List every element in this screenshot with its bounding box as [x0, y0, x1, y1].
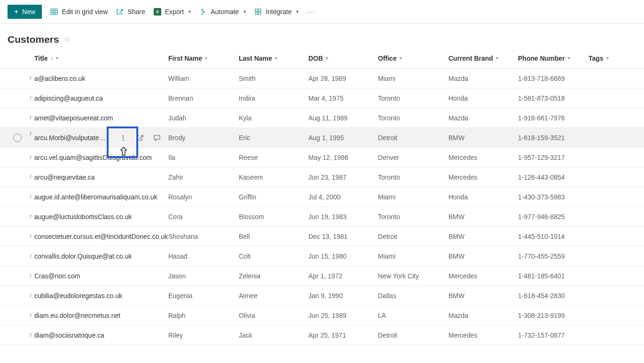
row-title-link[interactable]: convallis.dolor.Quisque@at.co.uk — [34, 253, 132, 260]
export-button[interactable]: x Export ▾ — [154, 8, 191, 16]
cell-last-name: Griffin — [239, 193, 308, 201]
cell-dob: Apr 25, 1971 — [308, 331, 378, 339]
table-row[interactable]: ⤴convallis.dolor.Quisque@at.co.ukHasadCo… — [0, 246, 644, 266]
row-title-link[interactable]: diam.eu.dolor@necmetus.net — [34, 312, 120, 319]
table-row[interactable]: ⤴a@aclibero.co.ukWilliamSmithApr 28, 198… — [0, 69, 644, 88]
cell-first-name: Brody — [168, 134, 239, 142]
command-bar: + New Edit in grid view Share x Export ▾… — [0, 0, 644, 24]
row-more-actions-button[interactable]: ⋮ — [116, 130, 131, 145]
new-button-label: New — [22, 8, 35, 16]
cell-dob: Dec 13, 1981 — [308, 233, 378, 240]
cell-phone: 1-430-373-5983 — [518, 193, 589, 201]
cell-last-name: Eric — [239, 134, 308, 142]
row-title-link[interactable]: augue.id.ante@liberomaurisaliquam.co.uk — [34, 193, 157, 201]
cell-office: Detroit — [378, 331, 448, 339]
row-title-link[interactable]: arcu@nequevitae.ca — [34, 174, 95, 181]
edit-in-grid-label: Edit in grid view — [62, 8, 108, 16]
cell-phone: 1-481-185-6401 — [518, 272, 589, 280]
cell-brand: Honda — [448, 95, 518, 102]
cell-first-name: Judah — [168, 114, 239, 122]
cell-first-name: Eugenia — [168, 292, 239, 300]
cell-phone: 1-977-946-8825 — [518, 213, 589, 221]
cell-brand: BMW — [448, 213, 518, 221]
cell-last-name: Kyla — [239, 114, 308, 122]
cell-brand: BMW — [448, 233, 518, 240]
chevron-down-icon: ▾ — [326, 55, 328, 61]
list-header-row: Title ↑ ▾ First Name ▾ Last Name ▾ DOB ▾… — [0, 48, 644, 69]
cell-first-name: Hasad — [168, 253, 239, 260]
column-header-dob[interactable]: DOB ▾ — [308, 55, 378, 62]
cell-first-name: Rosalyn — [168, 193, 239, 201]
cell-dob: Aug 1, 1995 — [308, 134, 378, 142]
row-title-link[interactable]: amet@vitaeposuereat.com — [34, 114, 113, 122]
svg-rect-5 — [255, 9, 258, 11]
integrate-button[interactable]: Integrate ▾ — [254, 8, 298, 16]
cell-last-name: Jack — [239, 331, 308, 339]
new-button[interactable]: + New — [8, 5, 42, 19]
table-row[interactable]: ⤴diam.eu.dolor@necmetus.netRalphOliviaJu… — [0, 306, 644, 325]
table-row[interactable]: ⤴consectetuer.cursus.et@tinciduntDonec.c… — [0, 227, 644, 246]
table-row[interactable]: ⤴amet@vitaeposuereat.comJudahKylaAug 11,… — [0, 108, 644, 128]
cell-dob: Apr 28, 1989 — [308, 75, 378, 82]
overflow-menu-button[interactable]: ··· — [307, 8, 315, 16]
row-share-button[interactable] — [133, 130, 148, 145]
row-comment-button[interactable] — [149, 130, 165, 145]
column-header-phone[interactable]: Phone Number ▾ — [518, 55, 589, 62]
cell-phone: 1-618-454-2830 — [518, 292, 589, 300]
cell-last-name: Kaseem — [239, 174, 308, 181]
table-row[interactable]: ⤴Cras@non.comJasonZeleniaApr 1, 1972New … — [0, 266, 644, 286]
column-header-brand[interactable]: Current Brand ▾ — [448, 55, 518, 62]
table-row[interactable]: ⤴arcu.vel.quam@sagittisDuisgravida.comIl… — [0, 148, 644, 167]
table-row[interactable]: ⤴diam@sociisnatoque.caRileyJackApr 25, 1… — [0, 325, 644, 345]
cell-office: Detroit — [378, 233, 448, 240]
cell-last-name: Zelenia — [239, 272, 308, 280]
row-title-link[interactable]: diam@sociisnatoque.ca — [34, 331, 104, 339]
table-row[interactable]: ⤴cubilia@eudoloregestas.co.ukEugeniaAime… — [0, 286, 644, 306]
svg-rect-6 — [259, 9, 261, 11]
automate-button[interactable]: Automate ▾ — [199, 8, 246, 16]
cell-dob: Jun 15, 1980 — [308, 253, 378, 260]
share-button[interactable]: Share — [116, 8, 145, 16]
cell-dob: Jun 23, 1987 — [308, 174, 378, 181]
table-row[interactable]: ⤴adipiscing@augueut.caBrennanIndiraMar 4… — [0, 88, 644, 108]
row-title-link[interactable]: a@aclibero.co.uk — [34, 75, 85, 82]
row-title-link[interactable]: consectetuer.cursus.et@tinciduntDonec.co… — [34, 233, 168, 240]
row-title-link[interactable]: adipiscing@augueut.ca — [34, 95, 103, 102]
row-select-checkbox[interactable] — [13, 134, 22, 142]
row-title-link[interactable]: arcu.vel.quam@sagittisDuisgravida.com — [34, 154, 152, 161]
flow-indicator-icon: ⤴ — [30, 293, 32, 298]
table-row[interactable]: ⤴augue@luctuslobortisClass.co.ukCoraBlos… — [0, 207, 644, 227]
cell-brand: Mercedes — [448, 174, 518, 181]
column-header-tags[interactable]: Tags ▾ — [589, 55, 626, 62]
cell-dob: May 12, 1986 — [308, 154, 378, 161]
column-header-last-name[interactable]: Last Name ▾ — [239, 55, 308, 62]
row-title-link[interactable]: arcu.Morbi@vulputatedu.... — [34, 134, 107, 142]
column-header-office[interactable]: Office ▾ — [378, 55, 448, 62]
cell-first-name: Cora — [168, 213, 239, 221]
chevron-down-icon: ▾ — [275, 55, 277, 61]
row-title-link[interactable]: augue@luctuslobortisClass.co.uk — [34, 213, 132, 221]
page-title: Customers — [8, 34, 59, 45]
row-title-link[interactable]: Cras@non.com — [34, 272, 80, 280]
cell-last-name: Blossom — [239, 213, 308, 221]
column-header-title[interactable]: Title ↑ ▾ — [28, 55, 168, 62]
table-row[interactable]: ⤴arcu@nequevitae.caZahirKaseemJun 23, 19… — [0, 167, 644, 187]
flow-indicator-icon: ⤴ — [30, 254, 32, 259]
edit-in-grid-button[interactable]: Edit in grid view — [50, 8, 108, 16]
cell-last-name: Bell — [239, 233, 308, 240]
cell-phone: 1-126-443-0854 — [518, 174, 589, 181]
table-row[interactable]: ⤴augue.id.ante@liberomaurisaliquam.co.uk… — [0, 187, 644, 207]
cell-phone: 1-618-159-3521 — [518, 134, 589, 142]
table-row[interactable]: ⤴arcu.Morbi@vulputatedu....⋮BrodyEricAug… — [0, 128, 644, 148]
favorite-star-icon[interactable]: ☆ — [64, 35, 70, 44]
row-title-link[interactable]: cubilia@eudoloregestas.co.uk — [34, 292, 122, 300]
column-header-first-name[interactable]: First Name ▾ — [168, 55, 239, 62]
flow-indicator-icon: ⤴ — [30, 214, 32, 219]
flow-indicator-icon: ⤴ — [30, 132, 32, 136]
excel-icon: x — [154, 8, 161, 16]
cell-first-name: Shoshana — [168, 233, 239, 240]
chevron-down-icon: ▾ — [188, 9, 191, 14]
cell-dob: Jun 19, 1983 — [308, 213, 378, 221]
cell-phone: 1-445-510-1914 — [518, 233, 589, 240]
cell-dob: Jul 4, 2000 — [308, 193, 378, 201]
